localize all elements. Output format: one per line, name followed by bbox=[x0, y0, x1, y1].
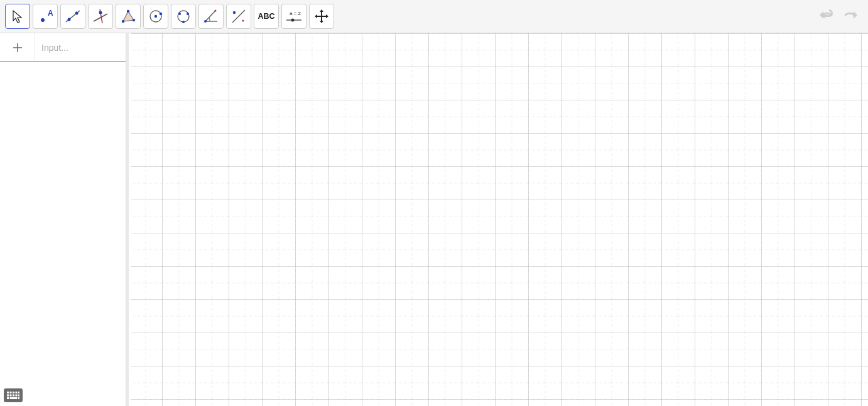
svg-rect-41 bbox=[16, 395, 18, 397]
main-area bbox=[0, 33, 868, 406]
svg-rect-34 bbox=[10, 392, 12, 393]
svg-point-15 bbox=[178, 11, 189, 22]
perpendicular-icon bbox=[92, 8, 109, 25]
svg-point-28 bbox=[291, 19, 295, 22]
svg-point-17 bbox=[187, 13, 189, 15]
grid-background bbox=[129, 33, 868, 406]
tool-perpendicular[interactable] bbox=[88, 4, 113, 29]
undo-icon bbox=[818, 9, 835, 24]
redo-icon bbox=[842, 9, 859, 24]
svg-rect-45 bbox=[18, 397, 19, 399]
tool-move[interactable] bbox=[5, 4, 30, 29]
svg-point-4 bbox=[75, 12, 79, 15]
svg-rect-40 bbox=[13, 395, 14, 397]
plus-icon bbox=[12, 42, 23, 53]
line-icon bbox=[64, 8, 82, 25]
svg-point-18 bbox=[182, 21, 185, 23]
slider-icon: a = 2 bbox=[283, 8, 305, 25]
virtual-keyboard-button[interactable] bbox=[4, 388, 23, 402]
graphics-canvas[interactable] bbox=[126, 33, 868, 406]
svg-text:A: A bbox=[48, 9, 53, 18]
svg-point-14 bbox=[160, 13, 162, 15]
keyboard-icon bbox=[6, 391, 20, 400]
svg-rect-42 bbox=[18, 395, 19, 397]
svg-rect-36 bbox=[16, 392, 18, 393]
svg-rect-44 bbox=[10, 397, 18, 399]
svg-rect-37 bbox=[18, 392, 19, 393]
input-row bbox=[0, 33, 126, 62]
svg-point-3 bbox=[68, 18, 71, 21]
tool-circle[interactable] bbox=[143, 4, 168, 29]
redo-button[interactable] bbox=[840, 6, 860, 26]
tool-pan[interactable] bbox=[309, 4, 334, 29]
svg-point-7 bbox=[99, 11, 102, 14]
main-toolbar: A bbox=[0, 0, 868, 33]
pan-icon bbox=[313, 8, 330, 24]
svg-rect-33 bbox=[7, 392, 9, 393]
input-cell bbox=[35, 33, 126, 61]
ellipse-icon bbox=[175, 8, 192, 25]
svg-rect-38 bbox=[7, 395, 9, 397]
tool-polygon[interactable] bbox=[116, 4, 141, 29]
svg-point-1 bbox=[41, 18, 45, 22]
tool-ellipse[interactable] bbox=[171, 4, 196, 29]
tool-slider[interactable]: a = 2 bbox=[281, 4, 307, 29]
polygon-icon bbox=[119, 8, 137, 25]
svg-point-24 bbox=[233, 11, 236, 14]
toolbar-right bbox=[816, 6, 860, 26]
tool-angle[interactable] bbox=[198, 4, 224, 29]
tool-text[interactable]: ABC bbox=[254, 4, 279, 29]
tool-reflect[interactable] bbox=[226, 4, 251, 29]
text-icon: ABC bbox=[258, 12, 274, 21]
svg-marker-8 bbox=[123, 11, 134, 21]
svg-rect-32 bbox=[131, 33, 868, 406]
svg-point-9 bbox=[122, 20, 124, 23]
svg-point-21 bbox=[204, 20, 207, 23]
circle-icon bbox=[147, 8, 165, 25]
algebra-input[interactable] bbox=[41, 43, 119, 53]
algebra-panel bbox=[0, 33, 126, 406]
svg-line-20 bbox=[205, 11, 215, 21]
undo-button[interactable] bbox=[816, 6, 837, 26]
svg-rect-39 bbox=[10, 395, 12, 397]
svg-point-10 bbox=[127, 10, 129, 13]
point-icon: A bbox=[36, 8, 54, 25]
svg-rect-43 bbox=[7, 397, 9, 399]
svg-point-13 bbox=[155, 15, 157, 18]
tool-line[interactable] bbox=[60, 4, 85, 29]
reflect-icon bbox=[230, 8, 247, 25]
svg-point-16 bbox=[178, 13, 181, 15]
tool-point[interactable]: A bbox=[33, 4, 58, 29]
svg-point-25 bbox=[242, 20, 244, 22]
add-input-button[interactable] bbox=[0, 33, 35, 61]
svg-text:a = 2: a = 2 bbox=[290, 11, 301, 16]
angle-icon bbox=[202, 8, 220, 25]
cursor-icon bbox=[11, 9, 24, 24]
svg-point-11 bbox=[133, 19, 135, 21]
svg-point-22 bbox=[215, 10, 217, 12]
svg-rect-35 bbox=[13, 392, 14, 393]
